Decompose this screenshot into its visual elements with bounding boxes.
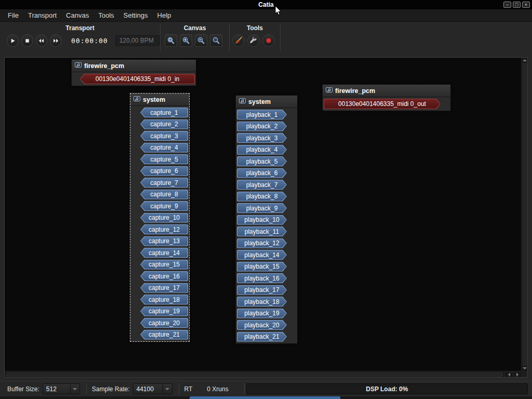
toolbar-group-canvas: Canvas <box>161 22 229 54</box>
statusbar-separator <box>244 383 245 395</box>
port-label: playback_1 <box>246 111 278 118</box>
port-audio[interactable]: capture_20 <box>140 318 188 328</box>
vertical-scrollbar-thumb[interactable] <box>523 63 527 366</box>
port-audio[interactable]: playback_17 <box>237 285 287 295</box>
port-label: playback_11 <box>245 228 280 235</box>
vertical-scrollbar[interactable] <box>521 58 527 371</box>
toolbar-separator <box>280 24 281 51</box>
titlebar: Catia – □ × <box>0 0 532 9</box>
group-header[interactable]: system <box>236 96 297 108</box>
buffer-size-label: Buffer Size: <box>7 385 39 393</box>
port-audio[interactable]: playback_5 <box>237 156 287 166</box>
port-audio[interactable]: playback_19 <box>237 309 287 318</box>
port-audio[interactable]: playback_21 <box>237 332 287 342</box>
port-audio[interactable]: playback_11 <box>237 227 287 236</box>
zoom-100-button[interactable] <box>210 34 222 47</box>
port-audio[interactable]: capture_17 <box>140 283 188 293</box>
port-label: playback_21 <box>244 333 279 340</box>
scroll-up-arrow-icon[interactable] <box>523 59 527 61</box>
zoom-fit-button[interactable] <box>165 34 177 47</box>
port-audio[interactable]: playback_9 <box>237 203 287 213</box>
forward-button[interactable] <box>50 34 62 47</box>
group-box-system-capture[interactable]: systemcapture_1capture_2capture_3capture… <box>130 93 190 342</box>
stop-button[interactable] <box>21 34 33 47</box>
port-audio[interactable]: playback_6 <box>237 168 287 178</box>
zoom-in-button[interactable] <box>180 34 192 47</box>
port-audio[interactable]: capture_21 <box>140 330 188 340</box>
backward-button[interactable] <box>36 34 48 47</box>
menu-item-transport[interactable]: Transport <box>23 10 61 21</box>
port-audio[interactable]: playback_18 <box>237 297 287 307</box>
port-audio[interactable]: playback_15 <box>237 262 287 272</box>
port-audio[interactable]: capture_4 <box>140 143 188 153</box>
zoom-out-button[interactable] <box>195 34 207 47</box>
port-audio[interactable]: capture_6 <box>140 166 188 176</box>
port-audio[interactable]: capture_10 <box>140 213 188 223</box>
buffer-size-select[interactable]: 512 <box>43 383 80 394</box>
port-midi[interactable]: 00130e0401406335_midi 0_out <box>324 99 441 109</box>
port-audio[interactable]: playback_12 <box>237 238 287 248</box>
menu-item-settings[interactable]: Settings <box>119 10 153 21</box>
port-audio[interactable]: capture_14 <box>140 248 188 258</box>
port-audio[interactable]: capture_3 <box>140 131 188 141</box>
scroll-down-arrow-icon[interactable] <box>523 367 527 369</box>
configure-button[interactable] <box>247 34 260 47</box>
port-audio[interactable]: playback_16 <box>237 273 287 283</box>
clear-xruns-button[interactable] <box>232 34 245 47</box>
group-header[interactable]: firewire_pcm <box>323 85 450 97</box>
port-audio[interactable]: capture_18 <box>140 295 188 304</box>
scroll-left-button[interactable] <box>504 371 513 377</box>
port-audio[interactable]: playback_10 <box>237 215 287 225</box>
port-audio[interactable]: playback_7 <box>237 180 287 190</box>
port-label: playback_7 <box>246 181 278 189</box>
toolbar-canvas-buttons <box>161 34 229 47</box>
record-button[interactable] <box>262 34 275 47</box>
port-audio[interactable]: playback_4 <box>237 145 287 155</box>
port-audio[interactable]: capture_7 <box>140 178 188 188</box>
port-audio[interactable]: playback_3 <box>237 133 287 143</box>
port-audio[interactable]: capture_2 <box>140 119 188 129</box>
menu-item-canvas[interactable]: Canvas <box>61 10 94 21</box>
group-box-system-playback[interactable]: systemplayback_1playback_2playback_3play… <box>235 95 298 344</box>
port-audio[interactable]: playback_14 <box>237 250 287 260</box>
port-audio[interactable]: playback_20 <box>237 320 287 330</box>
zoom-reset-icon <box>212 36 220 45</box>
group-box-firewire-pcm-out[interactable]: firewire_pcm00130e0401406335_midi 0_out <box>322 84 451 111</box>
port-audio[interactable]: playback_8 <box>237 192 287 202</box>
group-title: firewire_pcm <box>84 62 124 70</box>
port-audio[interactable]: capture_12 <box>140 224 188 234</box>
xruns-counter: 0 Xruns <box>207 385 228 393</box>
sample-rate-select[interactable]: 44100 <box>133 383 172 394</box>
port-audio[interactable]: capture_8 <box>140 190 188 200</box>
minimize-button[interactable]: – <box>503 2 511 8</box>
port-midi[interactable]: 00130e0401406335_midi 0_in <box>80 74 195 84</box>
port-audio[interactable]: capture_1 <box>140 108 188 117</box>
wrench-icon <box>249 36 258 45</box>
maximize-button[interactable]: □ <box>513 2 521 8</box>
patchbay-canvas[interactable]: firewire_pcm00130e0401406335_midi 0_insy… <box>5 58 521 371</box>
chevron-down-icon <box>70 384 79 394</box>
port-audio[interactable]: capture_9 <box>140 201 188 211</box>
toolbar-group-transport: Transport 00:00:00120,00 BPM <box>0 22 160 54</box>
ports-list: 00130e0401406335_midi 0_in <box>72 72 196 86</box>
port-audio[interactable]: capture_5 <box>140 154 188 164</box>
group-box-firewire-pcm-in[interactable]: firewire_pcm00130e0401406335_midi 0_in <box>71 59 196 86</box>
scroll-right-button[interactable] <box>513 371 521 377</box>
port-audio[interactable]: capture_15 <box>140 260 188 270</box>
port-label: playback_14 <box>244 251 279 259</box>
group-header[interactable]: firewire_pcm <box>72 60 196 72</box>
close-button[interactable]: × <box>522 2 530 8</box>
horizontal-scrollbar-thumb[interactable] <box>6 373 503 377</box>
horizontal-scrollbar[interactable] <box>5 371 521 377</box>
menu-item-file[interactable]: File <box>3 10 23 21</box>
port-audio[interactable]: capture_16 <box>140 271 188 281</box>
menu-item-help[interactable]: Help <box>153 10 176 21</box>
port-audio[interactable]: capture_13 <box>140 236 188 246</box>
group-header[interactable]: system <box>130 94 189 106</box>
transport-group-label: Transport <box>0 24 160 33</box>
port-audio[interactable]: capture_19 <box>140 307 188 316</box>
menu-item-tools[interactable]: Tools <box>94 10 118 21</box>
port-audio[interactable]: playback_1 <box>237 110 287 119</box>
play-button[interactable] <box>7 34 19 47</box>
port-audio[interactable]: playback_2 <box>237 122 287 131</box>
